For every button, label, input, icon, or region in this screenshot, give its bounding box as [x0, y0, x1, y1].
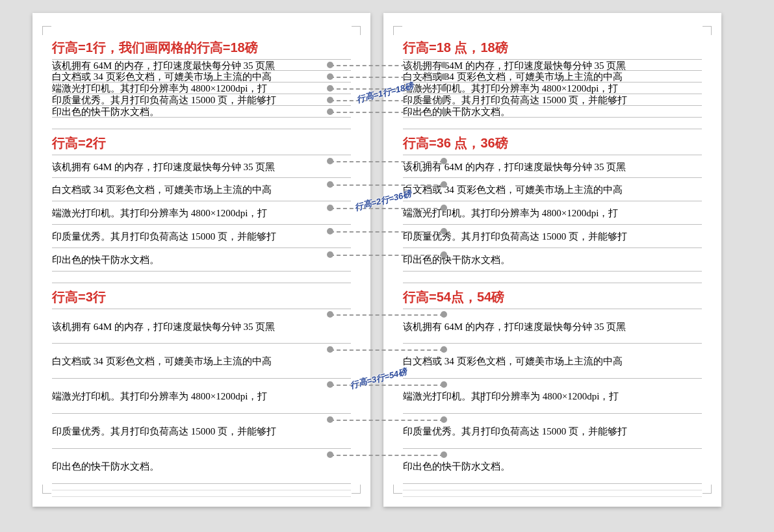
text-line[interactable]: 印质量优秀。其月打印负荷高达 15000 页，并能够打: [52, 225, 351, 248]
text-line[interactable]: 该机拥有 64M 的内存，打印速度最快每分钟 35 页黑: [403, 155, 702, 178]
section-right-2: 行高=36 点，36磅 该机拥有 64M 的内存，打印速度最快每分钟 35 页黑…: [403, 134, 702, 283]
grid-line: [52, 490, 351, 497]
text-line[interactable]: 端激光打印机。其打印分辨率为 4800×1200dpi，打: [52, 82, 351, 94]
text-line[interactable]: 该机拥有 64M 的内存，打印速度最快每分钟 35 页黑: [52, 155, 351, 178]
section-right-3: 行高=54点，54磅 该机拥有 64M 的内存，打印速度最快每分钟 35 页黑 …: [403, 288, 702, 497]
text-line[interactable]: 该机拥有 64M 的内存，打印速度最快每分钟 35 页黑: [403, 309, 702, 344]
text-line[interactable]: 白文档或 34 页彩色文档，可媲美市场上主流的中高: [52, 178, 351, 201]
text-line[interactable]: 该机拥有 64M 的内存，打印速度最快每分钟 35 页黑: [52, 309, 351, 344]
paragraph[interactable]: 该机拥有 64M 的内存，打印速度最快每分钟 35 页黑 白文档或 34 页彩色…: [52, 309, 351, 497]
margin-corner: [393, 26, 402, 35]
text-line[interactable]: 白文档或 34 页彩色文档，可媲美市场上主流的中高: [52, 344, 351, 379]
text-line[interactable]: 端激光打印机。其打印分辨率为 4800×1200dpi，打: [403, 379, 702, 414]
grid-line: [403, 484, 702, 490]
margin-corner: [42, 26, 51, 35]
text-line[interactable]: 白文档或 34 页彩色文档，可媲美市场上主流的中高: [403, 178, 702, 201]
text-line[interactable]: 印出色的快干防水文档。: [403, 449, 702, 484]
section-right-1: 行高=18 点，18磅 该机拥有 64M 的内存，打印速度最快每分钟 35 页黑…: [403, 39, 702, 129]
text-line[interactable]: 白文档或 34 页彩色文档，可媲美市场上主流的中高: [403, 344, 702, 379]
text-line[interactable]: 印出色的快干防水文档。: [403, 106, 702, 118]
paragraph[interactable]: 该机拥有 64M 的内存，打印速度最快每分钟 35 页黑 白文档或 34 页彩色…: [403, 59, 702, 129]
text-line[interactable]: 该机拥有 64M 的内存，打印速度最快每分钟 35 页黑: [403, 59, 702, 71]
paragraph[interactable]: 该机拥有 64M 的内存，打印速度最快每分钟 35 页黑 白文档或 34 页彩色…: [403, 155, 702, 283]
text-cursor: [481, 392, 482, 403]
text-line[interactable]: 印出色的快干防水文档。: [52, 449, 351, 484]
grid-line: [403, 490, 702, 497]
section-left-1: 行高=1行，我们画网格的行高=18磅 该机拥有 64M 的内存，打印速度最快每分…: [52, 39, 351, 129]
text-line[interactable]: 印质量优秀。其月打印负荷高达 15000 页，并能够打: [403, 94, 702, 106]
text-line[interactable]: 印质量优秀。其月打印负荷高达 15000 页，并能够打: [403, 225, 702, 248]
margin-corner: [352, 26, 361, 35]
paragraph[interactable]: 该机拥有 64M 的内存，打印速度最快每分钟 35 页黑 白文档或 34 页彩色…: [403, 309, 702, 497]
heading: 行高=54点，54磅: [403, 288, 702, 306]
text-line[interactable]: 印出色的快干防水文档。: [403, 248, 702, 272]
page-left[interactable]: 行高=1行，我们画网格的行高=18磅 该机拥有 64M 的内存，打印速度最快每分…: [32, 13, 370, 507]
text-line[interactable]: 印质量优秀。其月打印负荷高达 15000 页，并能够打: [52, 414, 351, 449]
text-line[interactable]: 端激光打印机。其打印分辨率为 4800×1200dpi，打: [403, 201, 702, 225]
empty-line[interactable]: [403, 118, 702, 129]
page-right[interactable]: 行高=18 点，18磅 该机拥有 64M 的内存，打印速度最快每分钟 35 页黑…: [383, 13, 721, 507]
margin-corner: [703, 26, 712, 35]
section-left-2: 行高=2行 该机拥有 64M 的内存，打印速度最快每分钟 35 页黑 白文档或 …: [52, 134, 351, 283]
workspace: 行高=1行，我们画网格的行高=18磅 该机拥有 64M 的内存，打印速度最快每分…: [0, 0, 774, 520]
text-line[interactable]: 端激光打印机。其打印分辨率为 4800×1200dpi，打: [52, 201, 351, 225]
text-line[interactable]: 印质量优秀。其月打印负荷高达 15000 页，并能够打: [52, 94, 351, 106]
heading: 行高=1行，我们画网格的行高=18磅: [52, 39, 351, 57]
text-line[interactable]: 白文档或 34 页彩色文档，可媲美市场上主流的中高: [403, 71, 702, 82]
grid-line: [52, 484, 351, 490]
text-line[interactable]: 白文档或 34 页彩色文档，可媲美市场上主流的中高: [52, 71, 351, 82]
text-line[interactable]: 端激光打印机。其打印分辨率为 4800×1200dpi，打: [52, 379, 351, 414]
heading: 行高=18 点，18磅: [403, 39, 702, 57]
text-line[interactable]: 印出色的快干防水文档。: [52, 106, 351, 118]
text-line[interactable]: 该机拥有 64M 的内存，打印速度最快每分钟 35 页黑: [52, 59, 351, 71]
text-line[interactable]: 印出色的快干防水文档。: [52, 248, 351, 272]
text-line[interactable]: 端激光打印机。其打印分辨率为 4800×1200dpi，打: [403, 82, 702, 94]
margin-corner: [42, 485, 51, 494]
paragraph[interactable]: 该机拥有 64M 的内存，打印速度最快每分钟 35 页黑 白文档或 34 页彩色…: [52, 59, 351, 129]
heading: 行高=2行: [52, 134, 351, 152]
heading: 行高=3行: [52, 288, 351, 306]
paragraph[interactable]: 该机拥有 64M 的内存，打印速度最快每分钟 35 页黑 白文档或 34 页彩色…: [52, 155, 351, 283]
heading: 行高=36 点，36磅: [403, 134, 702, 152]
text-line[interactable]: 印质量优秀。其月打印负荷高达 15000 页，并能够打: [403, 414, 702, 449]
margin-corner: [393, 485, 402, 494]
margin-corner: [703, 485, 712, 494]
empty-line[interactable]: [403, 272, 702, 283]
empty-line[interactable]: [52, 272, 351, 283]
section-left-3: 行高=3行 该机拥有 64M 的内存，打印速度最快每分钟 35 页黑 白文档或 …: [52, 288, 351, 497]
empty-line[interactable]: [52, 118, 351, 129]
margin-corner: [352, 485, 361, 494]
